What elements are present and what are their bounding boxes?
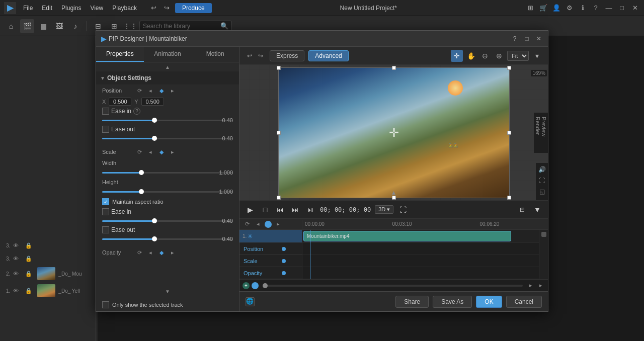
track-keyframe-btn[interactable]: [265, 221, 272, 228]
tab-properties[interactable]: Properties: [96, 47, 144, 62]
scale-ease-in-slider[interactable]: 0.40: [102, 217, 233, 224]
pos-kf-dot[interactable]: [282, 247, 286, 251]
scale-kf-dot[interactable]: [282, 259, 286, 263]
scale-ease-out-thumb[interactable]: [152, 236, 157, 241]
dialog-help-btn[interactable]: ?: [511, 35, 519, 43]
dialog-close-btn[interactable]: ✕: [535, 35, 543, 43]
lock-icon-4[interactable]: 🔒: [25, 286, 34, 295]
height-thumb[interactable]: [139, 189, 144, 194]
track-key-next[interactable]: ▸: [274, 220, 283, 229]
only-show-checkbox[interactable]: [102, 301, 109, 308]
scale-key-icon[interactable]: ◆: [157, 148, 166, 156]
handle-top-right[interactable]: [507, 66, 511, 70]
minimize-icon[interactable]: —: [604, 3, 614, 13]
preview-image[interactable]: 🚴🚴 ✛: [278, 67, 510, 198]
zoom-in-icon[interactable]: ⊕: [493, 50, 505, 62]
speaker-icon[interactable]: 🔊: [537, 165, 546, 174]
handle-top-left[interactable]: [277, 66, 281, 70]
scale-ease-in-checkbox[interactable]: [102, 208, 109, 215]
handle-mid-left[interactable]: [277, 131, 281, 135]
lock-icon-2[interactable]: 🔒: [25, 254, 34, 263]
timeline-playhead[interactable]: [310, 230, 310, 279]
close-icon[interactable]: ✕: [630, 3, 640, 13]
scroll-down-arrow[interactable]: ▼: [96, 287, 239, 296]
ease-in-help-icon[interactable]: ?: [133, 108, 140, 115]
produce-button[interactable]: Produce: [175, 3, 212, 13]
lock-icon-3[interactable]: 🔒: [25, 269, 34, 278]
scale-next-key-icon[interactable]: ▸: [169, 148, 177, 156]
photo-tool[interactable]: 🖼: [52, 19, 66, 33]
external-icon[interactable]: ↗: [537, 198, 546, 201]
preview-more-icon[interactable]: ▾: [531, 50, 543, 62]
save-as-button[interactable]: Save As: [433, 296, 472, 308]
audio-tool[interactable]: ♪: [68, 19, 83, 33]
expand-preview-icon[interactable]: ▲: [391, 189, 397, 196]
scrollbar-thumb[interactable]: [541, 232, 546, 237]
lock-icon-1[interactable]: 🔒: [25, 241, 34, 250]
redo-button[interactable]: ↪: [162, 3, 172, 13]
record-button[interactable]: ⏯: [305, 204, 316, 215]
position-prev-key-icon[interactable]: ◂: [146, 87, 154, 95]
play-button[interactable]: ▶: [245, 204, 256, 215]
3d-view-toggle[interactable]: 3D ▾: [375, 205, 393, 214]
scale-ease-in-thumb[interactable]: [152, 218, 157, 223]
help-icon[interactable]: ?: [591, 3, 601, 13]
opacity-reset-icon[interactable]: ⟳: [135, 248, 143, 257]
menu-file[interactable]: File: [19, 3, 37, 13]
zoom-thumb[interactable]: [263, 283, 268, 288]
undo-button[interactable]: ↩: [149, 3, 159, 13]
opacity-prev-key-icon[interactable]: ◂: [146, 248, 154, 257]
properties-scroll[interactable]: ▼ Object Settings Position ⟳ ◂ ◆ ▸ X: [96, 71, 239, 287]
zoom-in-tl-icon[interactable]: ▸: [527, 282, 535, 290]
expand-timeline-btn[interactable]: ▼: [532, 204, 543, 215]
ease-in-checkbox[interactable]: [102, 108, 109, 115]
opacity-next-key-icon[interactable]: ▸: [169, 248, 177, 257]
fullscreen-play-btn[interactable]: ⛶: [397, 204, 409, 215]
ease-in-slider[interactable]: 0.40: [102, 117, 233, 124]
search-input[interactable]: [143, 23, 218, 30]
ok-button[interactable]: OK: [476, 296, 502, 308]
cart-icon[interactable]: 🛒: [538, 3, 548, 13]
menu-edit[interactable]: Edit: [38, 3, 56, 13]
cancel-button[interactable]: Cancel: [506, 296, 542, 308]
quality-indicator[interactable]: 169%: [531, 70, 547, 76]
template-tool[interactable]: ▦: [36, 19, 50, 33]
preview-canvas[interactable]: 🚴🚴 ✛ ▲: [239, 65, 548, 200]
share-button[interactable]: Share: [395, 296, 429, 308]
media-tool[interactable]: 🎬: [20, 19, 34, 33]
pip-icon[interactable]: ◱: [537, 187, 546, 196]
vis-icon-1[interactable]: 👁: [13, 241, 22, 250]
object-settings-header[interactable]: ▼ Object Settings: [96, 71, 239, 84]
settings-icon[interactable]: ⚙: [565, 3, 575, 13]
position-key-icon[interactable]: ◆: [157, 87, 166, 95]
timeline-scroll-right[interactable]: ▸: [537, 282, 545, 290]
height-slider[interactable]: 1.000: [102, 188, 233, 195]
advanced-button[interactable]: Advanced: [308, 50, 348, 61]
info-icon[interactable]: ℹ: [578, 3, 588, 13]
step-fwd-button[interactable]: ⏭: [290, 204, 301, 215]
x-value[interactable]: 0.500: [109, 98, 131, 106]
share-icon-btn[interactable]: 🌐: [246, 297, 255, 306]
track-1-clip[interactable]: Mountainbiker.mp4: [303, 231, 511, 241]
track-ctrl-btn[interactable]: ⟳: [243, 220, 252, 229]
tab-motion[interactable]: Motion: [191, 47, 239, 62]
menu-view[interactable]: View: [86, 3, 107, 13]
keyframe-indicator[interactable]: [252, 282, 259, 289]
scale-ease-out-checkbox[interactable]: [102, 226, 109, 233]
fit-select[interactable]: Fit: [507, 51, 529, 61]
opacity-kf-dot[interactable]: [282, 271, 286, 275]
scale-ease-out-slider[interactable]: 0.40: [102, 235, 233, 242]
search-box[interactable]: 🔍: [139, 21, 232, 31]
dialog-maximize-btn[interactable]: □: [523, 35, 531, 43]
position-reset-icon[interactable]: ⟳: [135, 87, 143, 95]
menu-plugins[interactable]: Plugins: [57, 3, 85, 13]
account-icon[interactable]: 👤: [551, 3, 561, 13]
loop-button[interactable]: □: [260, 204, 271, 215]
add-keyframe-btn[interactable]: +: [243, 282, 250, 289]
tab-animation[interactable]: Animation: [144, 47, 192, 62]
express-button[interactable]: Express: [270, 50, 304, 61]
ease-in-thumb[interactable]: [152, 118, 157, 123]
y-value[interactable]: 0.500: [141, 98, 164, 106]
preview-redo-btn[interactable]: ↪: [256, 51, 266, 61]
width-slider[interactable]: 1.000: [102, 169, 233, 176]
